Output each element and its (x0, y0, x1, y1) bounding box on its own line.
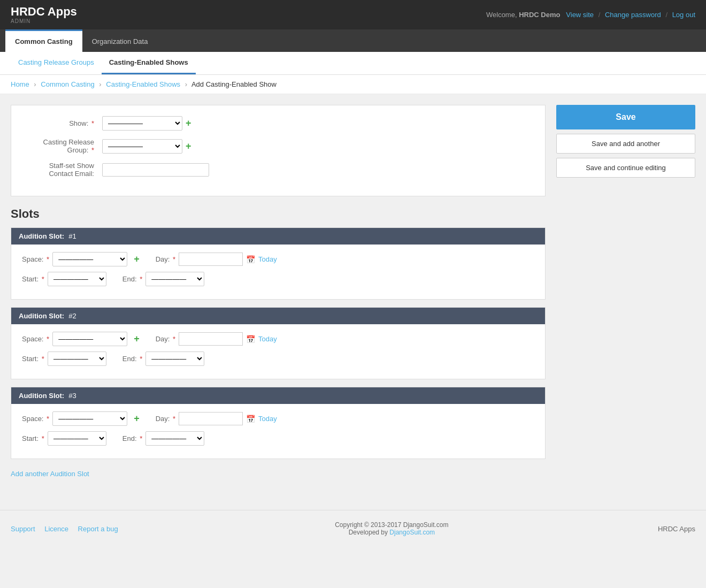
slots-heading: Slots (11, 207, 546, 221)
slot-1-end-group: End: * ————— (122, 272, 204, 286)
footer-licence-link[interactable]: Licence (44, 525, 68, 533)
breadcrumb: Home › Common Casting › Casting-Enabled … (0, 75, 706, 94)
footer-support-link[interactable]: Support (11, 525, 35, 533)
slot-1-body: Space: * ————— + Day: * (11, 245, 545, 299)
slot-1-end-select[interactable]: ————— (145, 272, 204, 286)
main-content: Show: * ————— + Casting Release Group: *… (0, 94, 706, 488)
sub-nav-casting-release-groups[interactable]: Casting Release Groups (11, 52, 102, 74)
slot-2-day-input[interactable] (179, 332, 243, 346)
top-nav: Welcome, HRDC Demo View site / Change pa… (486, 11, 695, 19)
slot-3-space-select[interactable]: ————— (52, 411, 127, 426)
slot-3-calendar-icon[interactable]: 📅 (246, 415, 255, 423)
tab-organization-data[interactable]: Organization Data (82, 29, 158, 52)
slot-3-body: Space: * ————— + Day: * (11, 404, 545, 459)
slot-1-day-input[interactable] (179, 253, 243, 266)
slot-2-space-day-row: Space: * ————— + Day: * (22, 332, 534, 346)
show-select[interactable]: ————— (102, 116, 182, 131)
slot-2-day-label: Day: * (156, 335, 175, 343)
casting-release-group-row: Casting Release Group: * ————— + (27, 138, 529, 154)
slot-2-header: Audition Slot: #2 (11, 308, 545, 324)
slot-1-day-label: Day: * (156, 255, 175, 263)
save-continue-editing-button[interactable]: Save and continue editing (556, 158, 695, 178)
slot-3-day-group: Day: * 📅 Today (156, 412, 277, 425)
slot-2-label: Audition Slot: (19, 312, 64, 320)
form-area: Show: * ————— + Casting Release Group: *… (11, 105, 546, 478)
slot-1-space-label: Space: * (22, 255, 49, 263)
slot-1-space-select[interactable]: ————— (52, 252, 127, 266)
slot-1-label: Audition Slot: (19, 232, 64, 240)
slot-2-today-link[interactable]: Today (258, 335, 277, 343)
change-password-link[interactable]: Change password (605, 11, 661, 19)
slot-2-start-label: Start: * (22, 355, 44, 363)
save-button[interactable]: Save (556, 105, 695, 129)
show-row: Show: * ————— + (27, 116, 529, 131)
slot-3-end-group: End: * ————— (122, 431, 204, 446)
slot-3-today-link[interactable]: Today (258, 415, 277, 423)
staff-email-input[interactable] (102, 163, 209, 177)
form-panel: Show: * ————— + Casting Release Group: *… (11, 105, 546, 196)
staff-email-row: Staff-set Show Contact Email: (27, 162, 529, 178)
slot-3-num: #3 (68, 392, 76, 400)
slot-2-space-add-button[interactable]: + (134, 333, 140, 345)
slot-1-end-label: End: * (122, 275, 142, 283)
top-bar: HRDC Apps ADMIN Welcome, HRDC Demo View … (0, 0, 706, 29)
slot-3-label: Audition Slot: (19, 392, 64, 400)
sidebar: Save Save and add another Save and conti… (556, 105, 695, 182)
footer-links: Support Licence Report a bug (11, 525, 126, 533)
view-site-link[interactable]: View site (566, 11, 594, 19)
sub-nav: Casting Release Groups Casting-Enabled S… (0, 52, 706, 75)
slot-1-space-add-button[interactable]: + (134, 254, 140, 265)
breadcrumb-home[interactable]: Home (11, 80, 29, 88)
slot-2-space-select[interactable]: ————— (52, 332, 127, 346)
slot-3-space-day-row: Space: * ————— + Day: * (22, 411, 534, 426)
slot-3-day-label: Day: * (156, 415, 175, 423)
slot-2-space-label: Space: * (22, 335, 49, 343)
slot-panel-1: Audition Slot: #1 Space: * ————— (11, 227, 546, 300)
slot-1-calendar-icon[interactable]: 📅 (246, 255, 255, 264)
slot-2-end-label: End: * (122, 355, 142, 363)
breadcrumb-casting-enabled-shows[interactable]: Casting-Enabled Shows (106, 80, 180, 88)
app-subtitle: ADMIN (11, 18, 77, 24)
slot-1-start-end-row: Start: * ————— End: * (22, 272, 534, 286)
slot-1-today-link[interactable]: Today (258, 255, 277, 263)
slot-2-num: #2 (68, 312, 76, 320)
slot-3-day-input[interactable] (179, 412, 243, 425)
footer-report-bug-link[interactable]: Report a bug (78, 525, 118, 533)
slot-3-start-end-row: Start: * ————— End: * (22, 431, 534, 446)
app-title: HRDC Apps (11, 5, 77, 18)
slot-panel-3: Audition Slot: #3 Space: * ————— (11, 387, 546, 459)
slot-2-end-select[interactable]: ————— (145, 352, 204, 366)
casting-release-group-select[interactable]: ————— (102, 139, 182, 154)
breadcrumb-current: Add Casting-Enabled Show (191, 80, 277, 88)
slot-2-start-select[interactable]: ————— (48, 352, 106, 366)
save-add-another-button[interactable]: Save and add another (556, 134, 695, 154)
slot-2-calendar-icon[interactable]: 📅 (246, 335, 255, 343)
breadcrumb-common-casting[interactable]: Common Casting (41, 80, 94, 88)
casting-release-group-add-button[interactable]: + (186, 141, 191, 152)
add-another-audition-slot-link[interactable]: Add another Audition Slot (11, 470, 89, 478)
slot-3-space-group: Space: * ————— + (22, 411, 140, 426)
slot-1-header: Audition Slot: #1 (11, 228, 545, 245)
log-out-link[interactable]: Log out (672, 11, 695, 19)
slot-3-end-select[interactable]: ————— (145, 431, 204, 446)
slot-1-space-day-row: Space: * ————— + Day: * (22, 252, 534, 266)
footer-brand: HRDC Apps (658, 525, 695, 533)
slot-panel-2: Audition Slot: #2 Space: * ————— (11, 307, 546, 379)
staff-email-label: Staff-set Show Contact Email: (27, 162, 102, 178)
slot-2-space-group: Space: * ————— + (22, 332, 140, 346)
slot-3-start-label: Start: * (22, 434, 44, 442)
slot-2-body: Space: * ————— + Day: * (11, 324, 545, 379)
slot-1-num: #1 (68, 232, 76, 240)
user-name: HRDC Demo (519, 11, 560, 19)
sub-nav-casting-enabled-shows[interactable]: Casting-Enabled Shows (102, 52, 196, 74)
show-add-button[interactable]: + (186, 118, 191, 129)
slot-3-start-select[interactable]: ————— (48, 431, 106, 446)
app-branding: HRDC Apps ADMIN (11, 5, 77, 24)
slot-1-start-select[interactable]: ————— (48, 272, 106, 286)
welcome-text: Welcome, (486, 11, 517, 19)
slot-3-space-add-button[interactable]: + (134, 413, 140, 424)
footer-djangosuit-link[interactable]: DjangoSuit.com (389, 529, 435, 536)
tab-common-casting[interactable]: Common Casting (5, 29, 82, 52)
slot-1-start-label: Start: * (22, 275, 44, 283)
slot-2-start-end-row: Start: * ————— End: * (22, 352, 534, 366)
